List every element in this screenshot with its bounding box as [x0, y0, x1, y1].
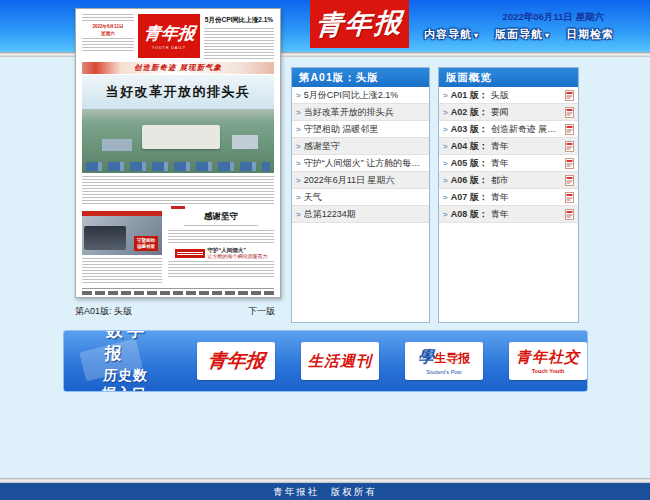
- pages-panel-title: 版面概览: [439, 68, 578, 87]
- site-logo[interactable]: 青年报: [310, 0, 409, 48]
- article-item[interactable]: >当好改革开放的排头兵: [292, 104, 429, 121]
- chevron-down-icon: ▾: [474, 31, 479, 40]
- photo-red-label: 守望相助 温暖邻里: [134, 236, 158, 251]
- articles-panel: 第A01版：头版 >5月份CPI同比上涨2.1% >当好改革开放的排头兵 >守望…: [291, 67, 430, 323]
- arrow-right-icon: >: [296, 125, 301, 134]
- pages-overview-panel: 版面概览 >A01 版：头版 >A02 版：要闻 >A03 版：创造新奇迹 展现…: [438, 67, 579, 323]
- paper-red-tag: 守护“人间烟火” 让方舱的每个瞬间温暖有力: [168, 247, 274, 259]
- arrow-right-icon: >: [443, 125, 448, 134]
- arrow-right-icon: >: [443, 142, 448, 151]
- red-label-icon: [175, 249, 205, 258]
- paper-masthead-info: 2022年6月11日 星期六: [82, 14, 134, 60]
- paper-red-banner-text: 创造新奇迹 展现新气象: [134, 63, 222, 73]
- newspaper-page-thumbnail[interactable]: 2022年6月11日 星期六 青年报 YOUTH DAILY 5月份CPI同比上…: [75, 8, 281, 298]
- pdf-icon[interactable]: [565, 192, 574, 203]
- article-item[interactable]: >天气: [292, 189, 429, 206]
- paper-date-line: 2022年6月11日: [82, 24, 134, 29]
- arrow-right-icon: >: [443, 159, 448, 168]
- pdf-icon[interactable]: [565, 158, 574, 169]
- construction-site-photo: [82, 109, 274, 173]
- page-item[interactable]: >A08 版：青年: [439, 206, 578, 223]
- arrow-right-icon: >: [296, 108, 301, 117]
- paper-main-photo: 当好改革开放的排头兵: [82, 75, 274, 173]
- archive-entry-text: 数字报 历史数据入口: [101, 330, 164, 392]
- van-shape: [84, 226, 126, 250]
- arrow-right-icon: >: [296, 142, 301, 151]
- site-logo-text: 青年报: [315, 4, 405, 43]
- paper-masthead-title: 青年报: [142, 22, 195, 45]
- pdf-icon[interactable]: [565, 107, 574, 118]
- arrow-right-icon: >: [296, 176, 301, 185]
- article-item[interactable]: >总第12234期: [292, 206, 429, 223]
- paper-bottom-section: 守望相助 温暖邻里 感谢坚守 守护“人间烟火” 让方舱的每个瞬间温暖有力: [82, 211, 274, 285]
- page-item[interactable]: >A04 版：青年: [439, 138, 578, 155]
- page-item[interactable]: >A01 版：头版: [439, 87, 578, 104]
- arrow-right-icon: >: [443, 176, 448, 185]
- header-nav: 内容导航▾ 版面导航▾ 日期检索: [424, 27, 614, 42]
- articles-panel-title: 第A01版：头版: [292, 68, 429, 87]
- pdf-icon[interactable]: [565, 141, 574, 152]
- article-item[interactable]: >2022年6月11日 星期六: [292, 172, 429, 189]
- arrow-right-icon: >: [443, 91, 448, 100]
- current-date: 2022年06月11日 星期六: [503, 11, 604, 24]
- photo-caption-line: [82, 176, 274, 180]
- pages-list: >A01 版：头版 >A02 版：要闻 >A03 版：创造新奇迹 展现新气象 >…: [439, 87, 578, 223]
- paper-footer-line: [82, 291, 274, 295]
- logo-life-weekly[interactable]: 生活週刊: [301, 342, 379, 380]
- arrow-right-icon: >: [296, 91, 301, 100]
- paper-cpi-headline: 5月份CPI同比上涨2.1%: [204, 16, 274, 25]
- paper-body-text: [82, 182, 274, 204]
- article-item[interactable]: >5月份CPI同比上涨2.1%: [292, 87, 429, 104]
- paper-masthead: 2022年6月11日 星期六 青年报 YOUTH DAILY 5月份CPI同比上…: [82, 14, 274, 60]
- paper-main-headline: 当好改革开放的排头兵: [106, 83, 251, 101]
- arrow-right-icon: >: [443, 193, 448, 202]
- pdf-icon[interactable]: [565, 175, 574, 186]
- article-item[interactable]: >守护“人间烟火” 让方舱的每个瞬间温暖有...: [292, 155, 429, 172]
- article-item[interactable]: >感谢坚守: [292, 138, 429, 155]
- paper-body-text: [82, 258, 162, 285]
- paper-article2-headline: 感谢坚守: [168, 211, 274, 223]
- nav-content-navigation[interactable]: 内容导航▾: [424, 27, 479, 42]
- page-item[interactable]: >A07 版：青年: [439, 189, 578, 206]
- logo-youth-social[interactable]: 青年社交 Touch Youth: [509, 342, 587, 380]
- article-item[interactable]: >守望相助 温暖邻里: [292, 121, 429, 138]
- paper-red-banner: 创造新奇迹 展现新气象: [82, 62, 274, 74]
- paper-masthead-logo: 青年报 YOUTH DAILY: [138, 14, 200, 58]
- arrow-right-icon: >: [296, 210, 301, 219]
- paper-cpi-article: 5月份CPI同比上涨2.1%: [204, 14, 274, 60]
- paper-masthead-subtitle: YOUTH DAILY: [152, 46, 186, 50]
- paper-date-line: 星期六: [82, 31, 134, 36]
- chevron-down-icon: ▾: [545, 31, 550, 40]
- articles-list: >5月份CPI同比上涨2.1% >当好改革开放的排头兵 >守望相助 温暖邻里 >…: [292, 87, 429, 223]
- arrow-right-icon: >: [443, 108, 448, 117]
- current-page-caption: 第A01版: 头版: [75, 305, 132, 318]
- arrow-right-icon: >: [296, 159, 301, 168]
- arrow-right-icon: >: [296, 193, 301, 202]
- logo-students-post[interactable]: 學生导报 Student's Post: [405, 342, 483, 380]
- next-page-link[interactable]: 下一版: [248, 305, 275, 318]
- arrow-right-icon: >: [443, 210, 448, 219]
- page-item[interactable]: >A06 版：都市: [439, 172, 578, 189]
- publication-logos: 青年报 生活週刊 學生导报 Student's Post 青年社交 Touch …: [197, 342, 587, 380]
- page-item[interactable]: >A03 版：创造新奇迹 展现新气象: [439, 121, 578, 138]
- thumbnail-caption-row: 第A01版: 头版 下一版: [75, 305, 275, 318]
- pdf-icon[interactable]: [565, 90, 574, 101]
- copyright-footer: 青年报社 版权所有: [0, 483, 650, 500]
- page-item[interactable]: >A02 版：要闻: [439, 104, 578, 121]
- nav-date-search[interactable]: 日期检索: [566, 27, 614, 42]
- pdf-icon[interactable]: [565, 124, 574, 135]
- page-item[interactable]: >A05 版：青年: [439, 155, 578, 172]
- volunteer-photo: 守望相助 温暖邻里: [82, 211, 162, 255]
- digital-archive-banner[interactable]: 数字报 历史数据入口 青年报 生活週刊 學生导报 Student's Post …: [63, 330, 588, 392]
- logo-youth-daily[interactable]: 青年报: [197, 342, 275, 380]
- nav-page-navigation[interactable]: 版面导航▾: [495, 27, 550, 42]
- pdf-icon[interactable]: [565, 209, 574, 220]
- paper-divider: [171, 206, 185, 209]
